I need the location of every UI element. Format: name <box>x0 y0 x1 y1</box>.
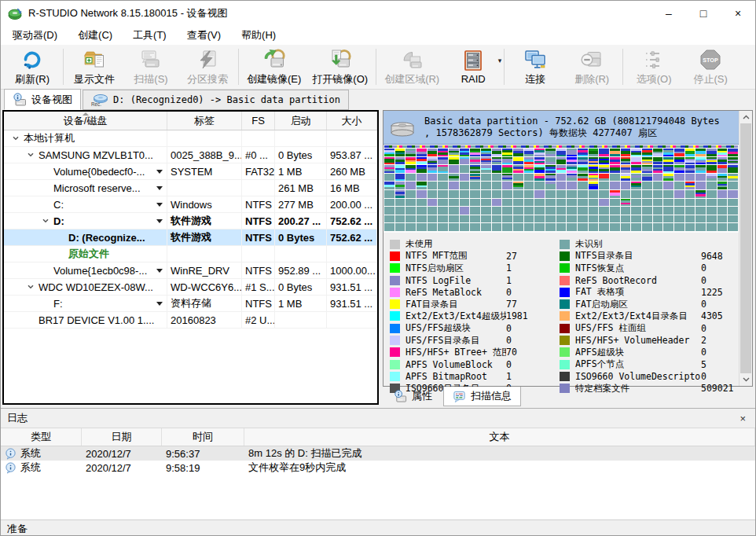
label-text: 20160823 <box>171 314 216 326</box>
tab-label: D: (Recognized0) -> Basic data partition <box>113 94 340 105</box>
scroll-down-icon[interactable] <box>739 373 752 386</box>
tab-partition[interactable]: Rec.D: (Recognized0) -> Basic data parti… <box>83 90 349 110</box>
scan-block <box>621 174 631 182</box>
volume-dropdown-arrow[interactable] <box>156 170 163 174</box>
legend-item: UFS/FFS超级块0 <box>390 322 552 334</box>
log-column-header-2[interactable]: 时间 <box>162 428 244 446</box>
scan-block <box>534 190 545 198</box>
scan-block <box>610 165 620 173</box>
scan-block <box>438 223 448 231</box>
tree-row[interactable]: D: (Recognize...软件游戏NTFS0 Bytes752.62 ..… <box>4 229 377 246</box>
legend-swatch <box>560 288 570 297</box>
subtab-label: 扫描信息 <box>471 389 512 403</box>
scan-block <box>428 190 438 198</box>
legend-swatch <box>560 384 570 393</box>
props-icon <box>394 390 407 403</box>
tree-row[interactable]: F:资料存储NTFS1 MB931.51 ... <box>4 296 377 312</box>
volume-dropdown-arrow[interactable] <box>156 269 163 273</box>
expander-icon[interactable] <box>25 283 35 291</box>
volume-dropdown-arrow[interactable] <box>156 302 163 306</box>
tree-cell-device: BR17 DEVICE V1.00 1.... <box>4 312 167 328</box>
tree-column-header-1[interactable]: 标签 <box>167 112 242 130</box>
log-row[interactable]: 系统2020/12/79:58:19文件枚举在9秒内完成 <box>1 461 755 475</box>
scrollbar-thumb[interactable] <box>740 123 751 373</box>
tree-row[interactable]: 原始文件 <box>4 246 377 262</box>
size-text: 200.00 ... <box>330 199 372 211</box>
tree-column-label: 标签 <box>194 114 215 128</box>
scan-block-map <box>384 145 739 233</box>
tree-column-header-4[interactable]: 大小 <box>327 112 377 130</box>
scan-partition-header[interactable]: Basic data partition - 752.62 GB (808121… <box>384 111 752 145</box>
tree-column-header-0[interactable]: 设备/磁盘 <box>4 112 167 130</box>
tree-row[interactable]: SAMSUNG MZVLB1T0...0025_388B_9...#0 ...0… <box>4 147 377 163</box>
scan-block <box>653 182 663 189</box>
tree-column-header-3[interactable]: 启动 <box>275 112 327 130</box>
scan-block <box>492 182 502 189</box>
label-text: 软件游戏 <box>171 214 211 228</box>
tree-column-label: FS <box>251 115 265 127</box>
tree-row[interactable]: Volume{1ecb0c98-...WinRE_DRVNTFS952.89 .… <box>4 262 377 279</box>
scan-block <box>599 182 609 189</box>
scan-block <box>395 174 406 182</box>
scan-block-grid <box>384 149 738 231</box>
scan-block <box>589 207 599 215</box>
create-image-button[interactable]: 创建镜像(E) <box>241 46 306 87</box>
tree-row[interactable]: D:软件游戏NTFS200.27 ...752.62 ... <box>4 213 377 229</box>
scan-block <box>502 190 512 198</box>
expander-icon[interactable] <box>25 151 35 159</box>
legend-swatch <box>390 251 400 261</box>
scan-block <box>502 199 512 207</box>
scan-block <box>631 182 641 189</box>
legend-label: UFS/FFS 柱面组 <box>575 322 701 334</box>
raid-dropdown-arrow[interactable]: ▾ <box>498 57 502 64</box>
scan-block <box>534 182 545 189</box>
scroll-up-icon[interactable] <box>739 111 752 123</box>
tab-device-view[interactable]: 设备视图 <box>4 89 81 110</box>
menu-item-create[interactable]: 创建(C) <box>68 26 123 45</box>
volume-dropdown-arrow[interactable] <box>156 219 163 223</box>
volume-dropdown-arrow[interactable] <box>156 186 163 190</box>
scan-block <box>545 223 556 231</box>
tree-row[interactable]: BR17 DEVICE V1.00 1....20160823#2 U... <box>4 312 377 329</box>
scan-block <box>621 223 631 231</box>
refresh-button[interactable]: 刷新(R) <box>4 46 61 87</box>
scan-block <box>417 157 427 165</box>
connect-button[interactable]: 连接 <box>507 46 563 87</box>
raid-button[interactable]: RAID▾ <box>445 46 501 87</box>
menu-item-tools[interactable]: 工具(T) <box>123 26 177 45</box>
log-row[interactable]: 系统2020/12/79:56:378m 12s 的 D: 扫描已完成 <box>1 446 755 461</box>
scan-block <box>492 165 502 173</box>
scan-panel-scrollbar[interactable] <box>739 111 752 386</box>
scan-block <box>481 223 491 231</box>
menu-item-drive[interactable]: 驱动器(D) <box>2 26 68 45</box>
tree-cell-label <box>167 130 242 146</box>
log-cell-type: 系统 <box>1 446 82 461</box>
maximize-button[interactable]: □ <box>686 1 721 25</box>
device-name: SAMSUNG MZVLB1T0... <box>39 149 153 161</box>
tree-column-header-2[interactable]: FS <box>242 112 275 130</box>
log-column-header-3[interactable]: 文本 <box>244 428 755 446</box>
tree-row[interactable]: C:WindowsNTFS277 MB200.00 ... <box>4 196 377 213</box>
subtab-properties[interactable]: 属性 <box>385 387 441 406</box>
menu-item-view[interactable]: 查看(V) <box>177 26 231 45</box>
log-column-header-1[interactable]: 日期 <box>82 428 162 446</box>
tree-row[interactable]: Volume{0bedecf0-...SYSTEMFAT321 MB260 MB <box>4 163 377 180</box>
show-files-button[interactable]: 显示文件 <box>66 46 123 87</box>
tree-row[interactable]: WDC WD10EZEX-08W...WD-WCC6Y6...#1 S...0 … <box>4 279 377 296</box>
tree-row[interactable]: Microsoft reserve...261 MB16 MB <box>4 180 377 196</box>
close-button[interactable]: × <box>721 1 755 25</box>
tree-row[interactable]: 本地计算机 <box>4 130 377 147</box>
scan-block <box>449 215 459 223</box>
subtab-scan-info[interactable]: 扫描信息 <box>443 387 521 406</box>
expander-icon[interactable] <box>40 217 50 225</box>
scan-block <box>653 149 663 156</box>
scan-block <box>438 182 448 189</box>
expander-icon[interactable] <box>10 134 20 142</box>
log-close-button[interactable]: × <box>736 413 749 424</box>
legend-label: FAT 表格项 <box>575 286 701 298</box>
volume-dropdown-arrow[interactable] <box>156 203 163 207</box>
open-image-button[interactable]: 打开镜像(O) <box>306 46 373 87</box>
minimize-button[interactable]: – <box>651 1 686 25</box>
log-column-header-0[interactable]: 类型 <box>1 428 82 446</box>
menu-item-help[interactable]: 帮助(H) <box>231 26 286 45</box>
